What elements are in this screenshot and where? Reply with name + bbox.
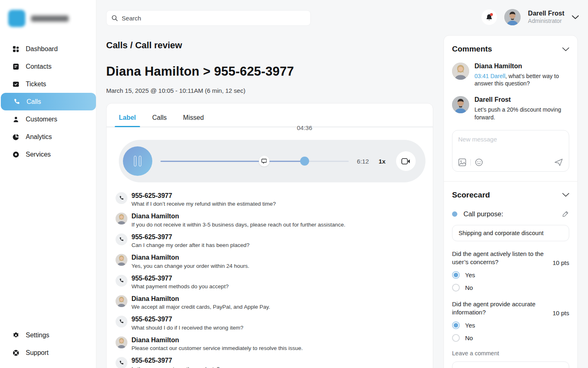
right-panel: Comments Diana Hamilton 03:41 Darell, wh… xyxy=(443,35,578,368)
phone-icon xyxy=(13,98,20,105)
speaker-name: Diana Hamilton xyxy=(131,337,303,344)
speaker-name: Diana Hamilton xyxy=(131,254,249,261)
speaker-name: 955-625-3977 xyxy=(131,316,243,323)
pause-icon xyxy=(134,156,136,166)
agent-avatar xyxy=(116,254,127,266)
commenter-name: Diana Hamilton xyxy=(474,63,569,70)
sidebar-item-analytics[interactable]: Analytics xyxy=(0,128,96,146)
speaker-name: 955-625-3977 xyxy=(131,192,276,200)
question-text: Did the agent actively listen to the use… xyxy=(452,250,549,266)
divider xyxy=(470,159,471,166)
radio-option-no[interactable]: No xyxy=(452,284,569,292)
seek-handle[interactable] xyxy=(300,157,309,166)
sidebar-item-customers[interactable]: Customers xyxy=(0,110,96,128)
utterance: What should I do if I received the wrong… xyxy=(131,325,243,331)
scorecard-comment-input[interactable] xyxy=(452,361,569,368)
utterance: If you do not receive it within 3-5 busi… xyxy=(131,222,345,228)
transcript-row: 955-625-3977What should I do if I receiv… xyxy=(116,316,421,330)
attach-image-button[interactable] xyxy=(458,158,466,166)
phone-icon xyxy=(119,237,124,242)
timestamp-mention-link[interactable]: 03:41 Darell xyxy=(474,73,506,79)
sidebar-item-calls[interactable]: Calls xyxy=(1,93,96,110)
call-datetime: March 15, 2025 @ 10:05 - 10:11AM (6 min,… xyxy=(106,87,433,94)
transcript-row: 955-625-3977What if I don’t receive my r… xyxy=(116,192,421,207)
tab-missed[interactable]: Missed xyxy=(179,114,208,127)
sidebar-item-label: Dashboard xyxy=(26,45,58,53)
utterance: Yes, you can change your order within 24… xyxy=(131,263,249,269)
commenter-avatar xyxy=(452,96,469,113)
call-purpose-label: Call purpose: xyxy=(463,210,562,218)
tickets-icon xyxy=(12,81,20,88)
search-input[interactable] xyxy=(122,15,305,22)
sidebar-item-label: Tickets xyxy=(26,81,46,88)
sidebar-item-label: Support xyxy=(26,349,49,357)
transcript-row: Diana HamiltonWe accept all major credit… xyxy=(116,295,421,310)
phone-icon xyxy=(119,319,124,324)
seek-bar[interactable]: 04:36 xyxy=(160,140,349,182)
phone-avatar xyxy=(116,275,127,287)
scorecard-header: Scorecard xyxy=(452,191,569,200)
user-meta[interactable]: Darell Frost Administrator xyxy=(528,9,564,25)
leave-comment-label: Leave a comment xyxy=(452,350,569,357)
video-camera-icon xyxy=(401,158,410,164)
radio-icon xyxy=(452,284,460,292)
notifications-button[interactable] xyxy=(481,9,497,25)
user-cluster: Darell Frost Administrator xyxy=(481,9,579,25)
sidebar-item-dashboard[interactable]: Dashboard xyxy=(0,40,96,58)
scorecard-collapse-button[interactable] xyxy=(562,193,569,197)
user-menu-chevron[interactable] xyxy=(572,15,579,19)
sidebar-item-tickets[interactable]: Tickets xyxy=(0,75,96,93)
call-review-card: Label Calls Missed 04:36 6:12 1x xyxy=(106,103,433,368)
sidebar-footer: Settings Support xyxy=(0,326,96,361)
emoji-button[interactable] xyxy=(475,158,483,166)
life-buoy-icon xyxy=(12,349,20,357)
radio-icon xyxy=(452,334,460,342)
scorecard-question: Did the agent actively listen to the use… xyxy=(452,250,569,266)
tab-label[interactable]: Label xyxy=(115,114,140,127)
edit-purpose-button[interactable] xyxy=(562,210,569,218)
services-icon xyxy=(12,151,20,158)
sidebar-item-label: Calls xyxy=(27,98,41,105)
playback-speed[interactable]: 1x xyxy=(379,158,385,165)
commenter-name: Darell Frost xyxy=(474,96,569,103)
phone-icon xyxy=(119,195,124,201)
transcript-list: 955-625-3977What if I don’t receive my r… xyxy=(107,182,433,368)
radio-icon xyxy=(452,271,460,279)
utterance: Is there a warranty on the products? xyxy=(131,366,220,368)
radio-option-yes[interactable]: Yes xyxy=(452,271,569,279)
pencil-icon xyxy=(562,210,569,218)
comments-collapse-button[interactable] xyxy=(562,47,569,51)
sidebar-item-support[interactable]: Support xyxy=(0,344,96,361)
radio-option-yes[interactable]: Yes xyxy=(452,321,569,329)
comments-header: Comments xyxy=(452,45,569,54)
transcript-row: 955-625-3977Can I change my order after … xyxy=(116,233,421,248)
search-icon xyxy=(111,15,118,22)
pause-button[interactable] xyxy=(123,146,152,176)
chat-bubble-icon xyxy=(261,159,267,164)
radio-option-no[interactable]: No xyxy=(452,334,569,342)
contacts-icon xyxy=(12,63,20,70)
seek-progress xyxy=(160,161,305,162)
comment-marker[interactable] xyxy=(259,156,270,166)
sidebar-item-settings[interactable]: Settings xyxy=(0,326,96,344)
comment-item: Diana Hamilton 03:41 Darell, what’s bett… xyxy=(452,63,569,87)
call-purpose-input[interactable] xyxy=(452,225,569,241)
chevron-down-icon xyxy=(572,15,579,19)
radio-icon xyxy=(452,321,460,329)
phone-avatar xyxy=(116,192,127,204)
sidebar-item-services[interactable]: Services xyxy=(0,146,96,163)
comment-text: 03:41 Darell, what’s better way to answe… xyxy=(474,72,569,87)
call-purpose-row: Call purpose: xyxy=(452,210,569,218)
sidebar-item-contacts[interactable]: Contacts xyxy=(0,58,96,75)
new-message-input[interactable] xyxy=(458,136,563,154)
sidebar-item-label: Customers xyxy=(26,116,57,123)
dashboard-icon xyxy=(12,45,20,53)
video-button[interactable] xyxy=(396,151,416,171)
question-text: Did the agent provide accurate informati… xyxy=(452,300,549,316)
tab-calls[interactable]: Calls xyxy=(148,114,171,127)
user-avatar[interactable] xyxy=(504,9,521,25)
topbar: Darell Frost Administrator xyxy=(96,0,588,35)
comment-text: Let’s push a 20% discount moving forward… xyxy=(474,106,569,121)
breadcrumb[interactable]: Calls / Call review xyxy=(106,40,433,51)
send-button[interactable] xyxy=(554,158,563,166)
